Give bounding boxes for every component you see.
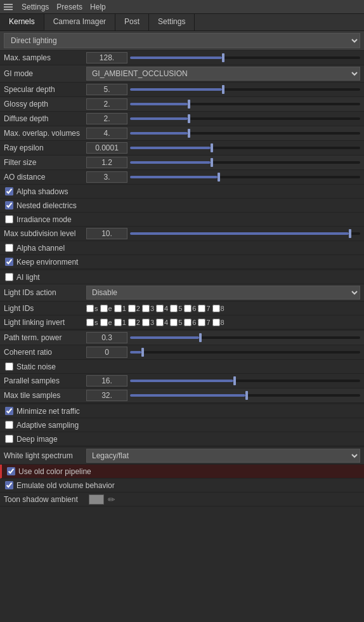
parallel-samples-input[interactable] <box>86 375 127 387</box>
max-samples-input[interactable] <box>86 52 127 63</box>
light-ids-2-checkbox[interactable] <box>128 305 136 312</box>
lli-s: s <box>86 319 98 326</box>
glossy-depth-input[interactable] <box>86 98 127 110</box>
lli-s-checkbox[interactable] <box>86 319 94 326</box>
max-tile-samples-slider[interactable] <box>130 390 360 400</box>
path-term-power-input[interactable] <box>86 332 127 343</box>
max-samples-slider[interactable] <box>130 53 360 63</box>
tab-kernels[interactable]: Kernels <box>0 14 44 30</box>
light-ids-5-checkbox[interactable] <box>170 305 178 312</box>
ai-light-checkbox[interactable] <box>5 273 13 281</box>
keep-environment-row: Keep environment <box>0 255 364 269</box>
light-ids-checkboxes: s e 1 2 3 4 5 6 7 8 <box>86 305 224 312</box>
irradiance-mode-label[interactable]: Irradiance mode <box>16 215 72 224</box>
light-ids-6-checkbox[interactable] <box>184 305 192 312</box>
deep-image-checkbox[interactable] <box>5 435 13 443</box>
light-ids-3-checkbox[interactable] <box>142 305 150 312</box>
light-ids-1-checkbox[interactable] <box>114 305 122 312</box>
max-overlap-volumes-label: Max. overlap. volumes <box>4 129 86 138</box>
lli-4: 4 <box>156 319 168 326</box>
gi-mode-select[interactable]: GI_AMBIENT_OCCLUSION <box>86 67 360 81</box>
lli-6: 6 <box>184 319 196 326</box>
deep-image-label[interactable]: Deep image <box>16 435 58 444</box>
nested-dielectrics-checkbox[interactable] <box>5 201 13 209</box>
lli-6-checkbox[interactable] <box>184 319 192 326</box>
tab-post[interactable]: Post <box>115 14 149 30</box>
coherent-ratio-input[interactable] <box>86 347 127 358</box>
max-tile-samples-input[interactable] <box>86 390 127 401</box>
ao-distance-input[interactable] <box>86 171 127 183</box>
alpha-shadows-label[interactable]: Alpha shadows <box>16 187 68 196</box>
max-overlap-volumes-slider[interactable] <box>130 128 360 138</box>
lli-e: e <box>100 319 112 326</box>
diffuse-depth-row: Diffuse depth <box>0 112 364 126</box>
ray-epsilon-input[interactable] <box>86 142 127 154</box>
light-ids-action-select[interactable]: Disable <box>86 286 360 300</box>
diffuse-depth-input[interactable] <box>86 113 127 124</box>
toon-shadow-ambient-color-swatch[interactable] <box>89 494 104 505</box>
lli-5: 5 <box>170 319 182 326</box>
diffuse-depth-slider[interactable] <box>130 114 360 124</box>
minimize-net-traffic-checkbox[interactable] <box>5 407 13 415</box>
lli-5-checkbox[interactable] <box>170 319 178 326</box>
light-ids-s-checkbox[interactable] <box>86 305 94 312</box>
adaptive-sampling-checkbox[interactable] <box>5 421 13 429</box>
use-old-color-label[interactable]: Use old color pipeline <box>18 467 91 476</box>
light-ids-e-checkbox[interactable] <box>100 305 108 312</box>
path-term-power-slider[interactable] <box>130 333 360 343</box>
direct-lighting-select[interactable]: Direct lighting <box>4 33 360 48</box>
menu-settings[interactable]: Settings <box>22 3 49 11</box>
light-linking-invert-label: Light linking invert <box>4 318 86 327</box>
white-light-spectrum-select[interactable]: Legacy/flat <box>86 449 360 463</box>
keep-environment-label[interactable]: Keep environment <box>16 258 78 267</box>
glossy-depth-row: Glossy depth <box>0 97 364 112</box>
tab-settings[interactable]: Settings <box>149 14 195 30</box>
lli-4-checkbox[interactable] <box>156 319 164 326</box>
lli-e-checkbox[interactable] <box>100 319 108 326</box>
toon-shadow-ambient-edit-icon[interactable]: ✏ <box>108 494 115 505</box>
emulate-old-volume-label[interactable]: Emulate old volume behavior <box>16 481 115 490</box>
ao-distance-slider[interactable] <box>130 172 360 182</box>
filter-size-slider[interactable] <box>130 157 360 168</box>
minimize-net-traffic-label[interactable]: Minimize net traffic <box>16 407 80 416</box>
specular-depth-slider[interactable] <box>130 84 360 95</box>
emulate-old-volume-checkbox[interactable] <box>5 481 13 489</box>
alpha-channel-label[interactable]: Alpha channel <box>16 244 65 253</box>
static-noise-checkbox[interactable] <box>5 362 13 371</box>
lli-1: 1 <box>114 319 126 326</box>
light-ids-row: Light IDs s e 1 2 3 4 5 6 7 8 <box>0 301 364 315</box>
parallel-samples-slider[interactable] <box>130 376 360 386</box>
coherent-ratio-slider[interactable] <box>130 347 360 357</box>
deep-image-row: Deep image <box>0 432 364 446</box>
keep-environment-checkbox[interactable] <box>5 258 13 266</box>
use-old-color-checkbox[interactable] <box>7 467 15 475</box>
light-ids-4-checkbox[interactable] <box>156 305 164 312</box>
lli-1-checkbox[interactable] <box>114 319 122 326</box>
nested-dielectrics-label[interactable]: Nested dielectrics <box>16 201 77 210</box>
irradiance-mode-checkbox[interactable] <box>5 215 13 223</box>
filter-size-input[interactable] <box>86 157 127 168</box>
light-ids-s: s <box>86 305 98 312</box>
menu-presets[interactable]: Presets <box>56 3 82 11</box>
lli-3-checkbox[interactable] <box>142 319 150 326</box>
lli-2-checkbox[interactable] <box>128 319 136 326</box>
lli-7-checkbox[interactable] <box>198 319 205 326</box>
alpha-shadows-checkbox[interactable] <box>5 187 13 195</box>
light-ids-7-checkbox[interactable] <box>198 305 205 312</box>
max-overlap-volumes-input[interactable] <box>86 128 127 139</box>
specular-depth-input[interactable] <box>86 84 127 95</box>
ray-epsilon-slider[interactable] <box>130 143 360 153</box>
menu-help[interactable]: Help <box>90 3 106 11</box>
nested-dielectrics-row: Nested dielectrics <box>0 199 364 213</box>
max-subdivision-input[interactable] <box>86 228 127 239</box>
light-ids-8-checkbox[interactable] <box>212 305 220 312</box>
menu-icon[interactable] <box>4 2 14 12</box>
tab-camera-imager[interactable]: Camera Imager <box>44 14 115 30</box>
alpha-channel-checkbox[interactable] <box>5 244 13 252</box>
glossy-depth-slider[interactable] <box>130 99 360 109</box>
max-subdivision-slider[interactable] <box>130 228 360 239</box>
lli-8-checkbox[interactable] <box>212 319 220 326</box>
static-noise-label[interactable]: Static noise <box>16 362 56 371</box>
adaptive-sampling-label[interactable]: Adaptive sampling <box>16 421 79 430</box>
ai-light-label[interactable]: AI light <box>16 273 40 282</box>
